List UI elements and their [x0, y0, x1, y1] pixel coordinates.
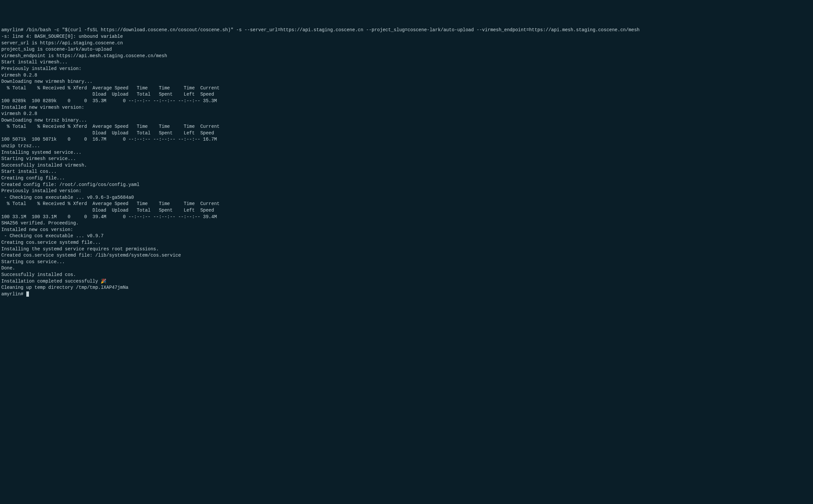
terminal-line: Dload Upload Total Spent Left Speed [1, 130, 812, 137]
terminal-line: - Checking cos executable ... v0.9.6-3-g… [1, 195, 812, 201]
terminal-line: Done. [1, 265, 812, 272]
terminal-line: Successfully installed virmesh. [1, 162, 812, 169]
terminal-line: virmesh 0.2.8 [1, 72, 812, 79]
terminal-line: Dload Upload Total Spent Left Speed [1, 207, 812, 214]
shell-prompt: amyrlin# [1, 291, 26, 297]
terminal-line: - Checking cos executable ... v0.9.7 [1, 233, 812, 240]
cursor [26, 291, 29, 297]
terminal-line: Starting cos service... [1, 259, 812, 265]
terminal-window[interactable]: amyrlin# /bin/bash -c "$(curl -fsSL http… [1, 27, 812, 297]
terminal-line: Installed new cos version: [1, 227, 812, 233]
terminal-line: virmesh 0.2.8 [1, 111, 812, 117]
terminal-line: 100 8289k 100 8289k 0 0 35.3M 0 --:--:--… [1, 98, 812, 104]
terminal-line: % Total % Received % Xferd Average Speed… [1, 85, 812, 92]
terminal-line: Starting virmesh service... [1, 156, 812, 162]
terminal-line: Installation completed successfully 🎉 [1, 278, 812, 285]
terminal-line: Created config file: /root/.config/cos/c… [1, 182, 812, 188]
terminal-line: Downloading new trzsz binary... [1, 117, 812, 124]
terminal-line: Dload Upload Total Spent Left Speed [1, 91, 812, 98]
terminal-prompt-line[interactable]: amyrlin# [1, 291, 812, 298]
terminal-line: 100 33.1M 100 33.1M 0 0 39.4M 0 --:--:--… [1, 214, 812, 220]
terminal-line: 100 5071k 100 5071k 0 0 16.7M 0 --:--:--… [1, 136, 812, 143]
terminal-line: -s: line 4: BASH_SOURCE[0]: unbound vari… [1, 34, 812, 40]
terminal-line: Cleaning up temp directory /tmp/tmp.lXAP… [1, 285, 812, 291]
terminal-line: server_url is https://api.staging.coscen… [1, 40, 812, 47]
terminal-line: Start install virmesh... [1, 59, 812, 66]
terminal-line: SHA256 verified. Proceeding. [1, 220, 812, 227]
terminal-line: unzip trzsz... [1, 143, 812, 149]
terminal-line: amyrlin# /bin/bash -c "$(curl -fsSL http… [1, 27, 812, 34]
terminal-line: Creating cos.service systemd file... [1, 240, 812, 246]
terminal-line: Downloading new virmesh binary... [1, 79, 812, 85]
terminal-line: Installed new virmesh version: [1, 104, 812, 111]
terminal-line: Installing systemd service... [1, 149, 812, 156]
terminal-line: Start install cos... [1, 169, 812, 175]
terminal-line: % Total % Received % Xferd Average Speed… [1, 124, 812, 130]
terminal-line: Previously installed version: [1, 66, 812, 72]
terminal-line: Creating config file... [1, 175, 812, 182]
terminal-line: % Total % Received % Xferd Average Speed… [1, 201, 812, 207]
terminal-line: Successfully installed cos. [1, 272, 812, 278]
terminal-line: project_slug is coscene-lark/auto-upload [1, 46, 812, 53]
terminal-line: Previously installed version: [1, 188, 812, 195]
terminal-line: Created cos.service systemd file: /lib/s… [1, 252, 812, 259]
terminal-line: Installing the systemd service requires … [1, 246, 812, 253]
terminal-line: virmesh_endpoint is https://api.mesh.sta… [1, 53, 812, 59]
